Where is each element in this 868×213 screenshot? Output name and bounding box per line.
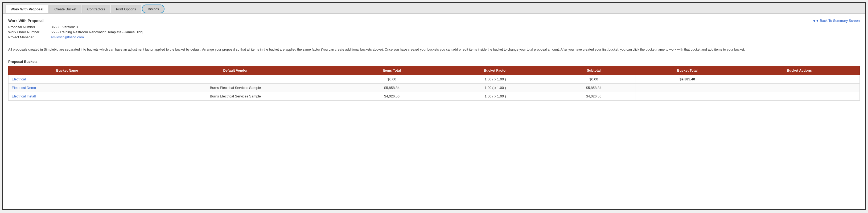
- page-title: Work With Proposal: [8, 19, 144, 23]
- bucket-factor-cell: 1.00 ( x 1.00 ): [439, 83, 552, 92]
- subtotal-cell: $5,858.84: [552, 83, 636, 92]
- info-description: All proposals created in Simplebid are s…: [8, 44, 860, 55]
- project-manager-row: Project Manager amilosch@foscd.com: [8, 35, 144, 39]
- bucket-total-cell: [636, 92, 739, 100]
- col-bucket-name: Bucket Name: [8, 66, 126, 75]
- proposal-number-row: Proposal Number 3663 Version: 3: [8, 25, 144, 29]
- col-items-total: Items Total: [345, 66, 439, 75]
- tab-bar: Work With Proposal Create Bucket Contrac…: [3, 3, 865, 14]
- items-total-cell: $0.00: [345, 75, 439, 83]
- bucket-name-cell: Electrical: [8, 75, 126, 83]
- bucket-name-cell: Electrical Install: [8, 92, 126, 100]
- header-right: ◄◄ Back To Summary Screen: [812, 19, 860, 23]
- items-total-cell: $5,858.84: [345, 83, 439, 92]
- bucket-actions-cell: [739, 75, 860, 83]
- bucket-name-link[interactable]: Electrical Install: [12, 94, 36, 98]
- header-left: Work With Proposal Proposal Number 3663 …: [8, 19, 144, 40]
- bucket-actions-cell: [739, 83, 860, 92]
- work-order-label: Work Order Number: [8, 30, 51, 34]
- default-vendor-cell: [126, 75, 345, 83]
- tab-work-with-proposal[interactable]: Work With Proposal: [6, 5, 49, 13]
- project-manager-link[interactable]: amilosch@foscd.com: [51, 35, 84, 39]
- tab-contractors[interactable]: Contractors: [82, 5, 110, 13]
- work-order-row: Work Order Number 555 - Training Restroo…: [8, 30, 144, 34]
- header-section: Work With Proposal Proposal Number 3663 …: [8, 19, 860, 40]
- table-row: Electrical InstallBurns Electrical Servi…: [8, 92, 860, 100]
- table-row: Electrical DemoBurns Electrical Services…: [8, 83, 860, 92]
- subtotal-cell: $0.00: [552, 75, 636, 83]
- back-arrow-icon: ◄◄: [812, 19, 819, 23]
- proposal-number-value: 3663 Version: 3: [51, 25, 78, 29]
- bucket-name-cell: Electrical Demo: [8, 83, 126, 92]
- proposal-buckets-title: Proposal Buckets:: [8, 60, 860, 64]
- bucket-actions-cell: [739, 92, 860, 100]
- bucket-total-cell: [636, 83, 739, 92]
- col-default-vendor: Default Vendor: [126, 66, 345, 75]
- col-subtotal: Subtotal: [552, 66, 636, 75]
- table-row: Electrical$0.001.00 ( x 1.00 )$0.00$9,88…: [8, 75, 860, 83]
- subtotal-cell: $4,026.56: [552, 92, 636, 100]
- buckets-table: Bucket Name Default Vendor Items Total B…: [8, 66, 860, 101]
- bucket-factor-cell: 1.00 ( x 1.00 ): [439, 75, 552, 83]
- tab-toolbox[interactable]: Toolbox: [142, 4, 164, 13]
- default-vendor-cell: Burns Electrical Services Sample: [126, 83, 345, 92]
- tab-create-bucket[interactable]: Create Bucket: [49, 5, 81, 13]
- items-total-cell: $4,026.56: [345, 92, 439, 100]
- col-bucket-factor: Bucket Factor: [439, 66, 552, 75]
- bucket-factor-cell: 1.00 ( x 1.00 ): [439, 92, 552, 100]
- work-order-value: 555 - Training Restroom Renovation Templ…: [51, 30, 144, 34]
- col-bucket-total: Bucket Total: [636, 66, 739, 75]
- main-content: Work With Proposal Proposal Number 3663 …: [3, 14, 865, 105]
- bucket-total-cell: $9,885.40: [636, 75, 739, 83]
- table-header-row: Bucket Name Default Vendor Items Total B…: [8, 66, 860, 75]
- default-vendor-cell: Burns Electrical Services Sample: [126, 92, 345, 100]
- tab-print-options[interactable]: Print Options: [111, 5, 141, 13]
- back-to-summary-link[interactable]: ◄◄ Back To Summary Screen: [812, 19, 860, 23]
- bucket-name-link[interactable]: Electrical Demo: [12, 86, 36, 90]
- proposal-number-label: Proposal Number: [8, 25, 51, 29]
- back-link-label: Back To Summary Screen: [820, 19, 860, 23]
- bucket-name-link[interactable]: Electrical: [12, 77, 26, 81]
- col-bucket-actions: Bucket Actions: [739, 66, 860, 75]
- project-manager-label: Project Manager: [8, 35, 51, 39]
- main-frame: Work With Proposal Create Bucket Contrac…: [2, 2, 866, 210]
- project-manager-value: amilosch@foscd.com: [51, 35, 84, 39]
